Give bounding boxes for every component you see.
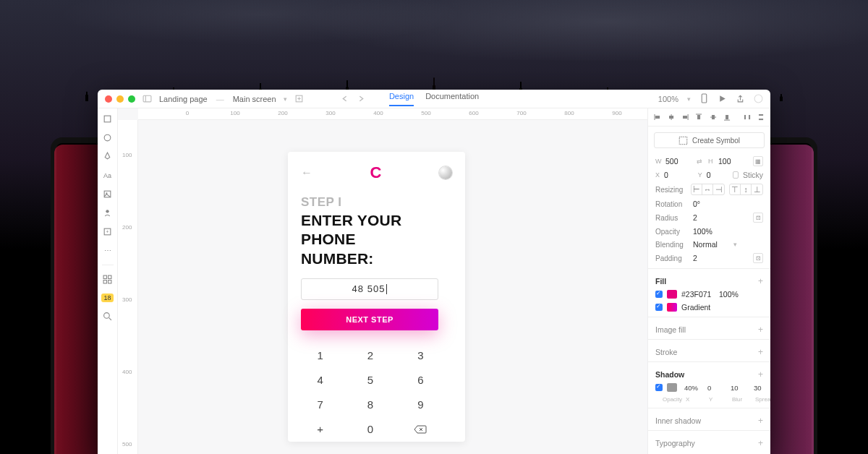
- add-stroke-icon[interactable]: +: [758, 347, 763, 357]
- keypad-5[interactable]: 5: [345, 368, 395, 393]
- padding-lock-icon[interactable]: ⊡: [753, 253, 763, 263]
- align-right-icon[interactable]: [681, 113, 689, 121]
- keypad-backspace[interactable]: [396, 417, 446, 442]
- keypad-8[interactable]: 8: [345, 393, 395, 417]
- keypad-2[interactable]: 2: [345, 343, 395, 368]
- align-middle-icon[interactable]: [710, 113, 717, 121]
- add-image-fill-icon[interactable]: +: [758, 325, 763, 335]
- shadow-swatch[interactable]: [667, 383, 677, 392]
- align-left-icon[interactable]: [654, 113, 661, 121]
- shadow-enabled-checkbox[interactable]: [655, 384, 663, 391]
- sticky-checkbox[interactable]: [733, 171, 739, 179]
- text-tool-icon[interactable]: Aa: [103, 171, 112, 180]
- avatar[interactable]: [439, 166, 452, 179]
- ruler-tick: 400: [373, 110, 383, 116]
- add-inner-shadow-icon[interactable]: +: [758, 416, 763, 426]
- chevron-down-icon[interactable]: ▾: [284, 95, 287, 103]
- fill-swatch[interactable]: [667, 303, 677, 312]
- shadow-blur[interactable]: 30: [754, 384, 770, 392]
- align-top-icon[interactable]: [695, 113, 702, 121]
- height-field[interactable]: 100: [718, 157, 743, 166]
- add-typography-icon[interactable]: +: [758, 438, 763, 448]
- phone-input[interactable]: 48 505: [301, 278, 438, 300]
- breadcrumb-page[interactable]: Main screen: [233, 95, 276, 103]
- fill-enabled-checkbox[interactable]: [655, 304, 663, 311]
- keypad-3[interactable]: 3: [396, 343, 446, 368]
- play-icon[interactable]: [718, 94, 727, 103]
- breadcrumb-root[interactable]: Landing page: [159, 95, 208, 103]
- canvas[interactable]: 0 100 200 300 400 500 600 700 800 900 10…: [118, 108, 647, 454]
- opacity-field[interactable]: 100%: [693, 227, 718, 236]
- distribute-v-icon[interactable]: [757, 113, 765, 121]
- shadow-x[interactable]: 0: [707, 384, 725, 392]
- fill-opacity[interactable]: 100%: [719, 290, 744, 299]
- shadow-y[interactable]: 10: [731, 384, 748, 392]
- window-controls: [105, 95, 135, 103]
- minimize-window-button[interactable]: [116, 95, 124, 103]
- tab-design[interactable]: Design: [389, 92, 414, 106]
- add-shadow-icon[interactable]: +: [758, 369, 763, 380]
- keypad-0[interactable]: 0: [345, 417, 395, 442]
- search-icon[interactable]: [103, 312, 112, 321]
- undo-icon[interactable]: [340, 94, 349, 103]
- distribute-h-icon[interactable]: [744, 113, 751, 121]
- assets-icon[interactable]: [103, 275, 112, 284]
- component-tool-icon[interactable]: [103, 208, 112, 218]
- redo-icon[interactable]: [357, 94, 366, 103]
- keypad-9[interactable]: 9: [396, 393, 446, 417]
- create-symbol-button[interactable]: Create Symbol: [654, 132, 765, 148]
- rectangle-tool-icon[interactable]: [103, 114, 112, 124]
- next-step-button[interactable]: NEXT STEP: [301, 309, 438, 330]
- sidebar-toggle-icon[interactable]: [142, 94, 152, 103]
- tab-documentation[interactable]: Documentation: [425, 92, 479, 106]
- share-icon[interactable]: [736, 94, 745, 103]
- back-arrow-icon[interactable]: ←: [301, 166, 312, 179]
- titlebar: Landing page — Main screen ▾ Design Docu…: [98, 90, 770, 108]
- artboard-phone-step[interactable]: ← C STEP I ENTER YOUR PHONE NUMBER: 48 5…: [288, 152, 465, 442]
- fill-swatch[interactable]: [667, 290, 677, 299]
- shadow-opacity[interactable]: 40%: [684, 384, 702, 392]
- keypad-4[interactable]: 4: [295, 368, 345, 393]
- x-field[interactable]: 0: [664, 171, 682, 179]
- lock-aspect-icon[interactable]: ⇄: [694, 157, 704, 166]
- zoom-window-button[interactable]: [128, 95, 135, 103]
- width-field[interactable]: 500: [665, 157, 690, 166]
- keypad-7[interactable]: 7: [295, 393, 345, 417]
- ruler-vertical: 100 200 300 400 500: [118, 120, 138, 454]
- fill-hex[interactable]: #23F071: [681, 290, 715, 299]
- ruler-tick: 700: [516, 110, 526, 116]
- fill-gradient-label[interactable]: Gradient: [681, 303, 725, 312]
- frame-tool-icon[interactable]: +: [103, 227, 112, 236]
- radius-lock-icon[interactable]: ⊡: [753, 213, 763, 223]
- help-icon[interactable]: [754, 94, 763, 103]
- fill-enabled-checkbox[interactable]: [655, 291, 663, 298]
- more-tools-icon[interactable]: ⋯: [103, 246, 112, 255]
- ellipse-tool-icon[interactable]: [103, 133, 112, 142]
- layers-badge[interactable]: 18: [101, 294, 113, 302]
- resize-h-segment[interactable]: ⊢↔⊣: [691, 184, 725, 195]
- keypad-1[interactable]: 1: [295, 343, 345, 368]
- constrain-icon[interactable]: ▦: [753, 156, 763, 166]
- resize-v-segment[interactable]: ⊤↕⊥: [729, 184, 763, 195]
- align-bottom-icon[interactable]: [723, 113, 731, 121]
- blending-field[interactable]: Normal: [693, 240, 729, 249]
- y-field[interactable]: 0: [707, 171, 725, 179]
- ruler-tick: 200: [278, 110, 287, 116]
- radius-field[interactable]: 2: [693, 213, 718, 222]
- zoom-level[interactable]: 100%: [658, 95, 678, 103]
- align-center-h-icon[interactable]: [668, 113, 675, 121]
- padding-field[interactable]: 2: [693, 254, 718, 262]
- chevron-down-icon[interactable]: ▾: [733, 241, 737, 248]
- add-page-icon[interactable]: [294, 94, 304, 103]
- add-fill-icon[interactable]: +: [758, 276, 763, 286]
- inner-shadow-title: Inner shadow: [655, 416, 701, 425]
- pen-tool-icon[interactable]: [103, 152, 112, 161]
- close-window-button[interactable]: [105, 95, 112, 103]
- device-preview-icon[interactable]: [699, 94, 709, 103]
- image-tool-icon[interactable]: [103, 189, 112, 199]
- keypad-6[interactable]: 6: [396, 368, 446, 393]
- sticky-label: Sticky: [743, 171, 763, 179]
- keypad-plus[interactable]: +: [295, 417, 345, 442]
- chevron-down-icon[interactable]: ▾: [687, 95, 691, 103]
- rotation-field[interactable]: 0°: [693, 200, 718, 208]
